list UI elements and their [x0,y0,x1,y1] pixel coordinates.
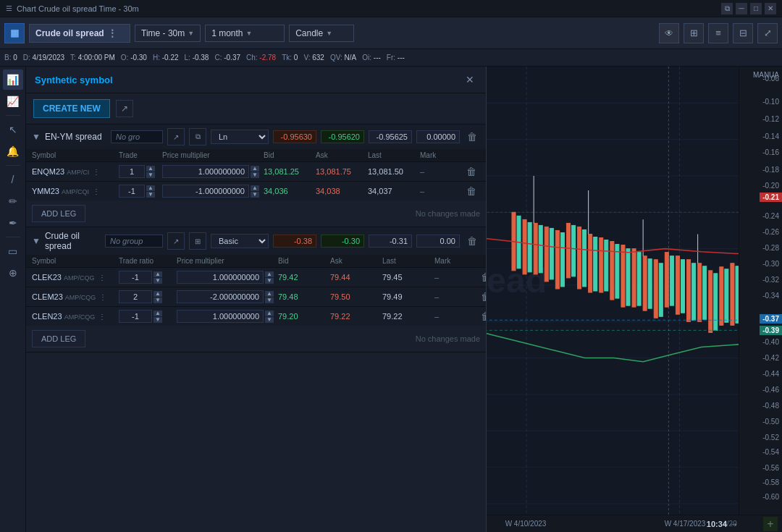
stat-c: C: -0.37 [214,54,240,62]
expand-timeline-btn[interactable]: → [728,518,739,530]
clem23-pm-spin-up[interactable]: ▲ [265,291,274,297]
clek23-spin-down[interactable]: ▼ [154,278,162,284]
en-ym-add-leg-btn[interactable]: ADD LEG [32,205,85,222]
chart-type-selector[interactable]: Candle ▼ [289,25,354,42]
svg-rect-81 [731,263,734,326]
clek23-pm-spin-down[interactable]: ▼ [265,278,274,284]
svg-rect-95 [637,253,641,305]
list-view-btn[interactable]: ≡ [708,23,728,43]
clem23-pricemult-input[interactable] [177,290,264,303]
ymm23-pricemult-input[interactable] [162,185,249,198]
chart-container: Crude Oil Spread 1/1 CLEN23 [26,67,782,532]
time-selector[interactable]: Time - 30m ▼ [135,25,201,42]
enqm23-delete[interactable]: 🗑 [463,166,485,177]
clen23-pm-spin-down[interactable]: ▼ [265,317,274,323]
enqm23-pm-spin-down[interactable]: ▼ [251,172,259,178]
clen23-delete[interactable]: 🗑 [478,311,487,322]
clem23-row: CLEM23 AMP/CQG ⋮ ▲ ▼ ▲ [26,287,486,306]
cursor-tool[interactable]: ↖ [3,119,23,140]
clem23-menu[interactable]: ⋮ [99,293,106,301]
clem23-pm-spin-down[interactable]: ▼ [265,297,274,303]
crude-delete-btn[interactable]: 🗑 [464,235,480,247]
enqm23-trade-input[interactable] [119,165,145,178]
en-ym-delete-btn[interactable]: 🗑 [464,131,480,143]
ymm23-spin-up[interactable]: ▲ [146,185,155,191]
restore-btn[interactable]: ⧉ [721,3,733,14]
crude-toggle[interactable]: ▼ [32,236,41,246]
clem23-trade-input[interactable] [119,290,152,303]
symbol-menu[interactable]: ⋮ [107,28,118,39]
clek23-spin-up[interactable]: ▲ [154,271,162,277]
ymm23-trade-input[interactable] [119,185,145,198]
en-ym-spread-header: ▼ EN-YM spread ↗ ⧉ LnBasic -0.95630 -0.9… [26,124,486,149]
clek23-menu[interactable]: ⋮ [98,274,106,282]
svg-rect-93 [615,245,619,298]
menu-icon[interactable]: ☰ [6,4,12,12]
crude-formula-select[interactable]: BasicLn [211,234,269,248]
price-label-15: -0.42 [762,354,779,362]
clen23-trade-input[interactable] [119,310,152,323]
ymm23-spin-down[interactable]: ▼ [146,192,155,198]
synth-close-btn[interactable]: ✕ [463,72,477,87]
clen23-pricemult-input[interactable] [177,310,264,323]
clek23-pm-spin-up[interactable]: ▲ [265,271,274,277]
ymm23-pm-spin-down[interactable]: ▼ [251,192,259,198]
svg-rect-78 [698,263,702,322]
clek23-delete[interactable]: 🗑 [478,271,487,283]
price-label-7: -0.20 [762,182,779,190]
en-ym-external-btn[interactable]: ↗ [167,128,185,145]
clem23-spin-up[interactable]: ▲ [154,291,162,297]
clen23-spin-up[interactable]: ▲ [154,311,162,316]
en-ym-group-input[interactable] [111,130,163,143]
close-btn[interactable]: ✕ [765,3,776,14]
symbol-selector[interactable]: Crude oil spread ⋮ [29,24,130,43]
ymm23-delete[interactable]: 🗑 [463,185,485,197]
clek23-trade-input[interactable] [119,271,152,284]
ymm23-menu[interactable]: ⋮ [93,187,100,195]
svg-rect-98 [670,256,673,305]
pencil-tool[interactable]: ✒ [3,213,23,233]
crude-copy-btn[interactable]: ⊞ [189,232,206,250]
clek23-pricemult-input[interactable] [177,271,264,284]
maximize-btn[interactable]: □ [750,3,762,14]
enqm23-menu[interactable]: ⋮ [93,168,100,176]
en-ym-copy-btn[interactable]: ⧉ [189,128,206,145]
expand-btn[interactable]: ⤢ [757,23,778,43]
en-ym-formula-select[interactable]: LnBasic [211,130,269,144]
line-tool[interactable]: / [3,169,23,190]
add-time-btn[interactable]: + [763,517,778,531]
bell-tool[interactable]: 🔔 [3,141,23,161]
grid-view-btn[interactable]: ⊞ [684,23,704,43]
external-link-btn[interactable]: ↗ [116,100,133,117]
enqm23-trade-cell: ▲ ▼ [119,165,162,178]
minimize-btn[interactable]: ─ [736,3,747,14]
svg-rect-100 [692,263,696,321]
magnet-tool[interactable]: ⊕ [3,263,23,283]
crude-add-leg-btn[interactable]: ADD LEG [32,330,85,347]
rect-tool[interactable]: ▭ [3,241,23,261]
draw-tool[interactable]: ✏ [3,191,23,211]
indicator-tool[interactable]: 📈 [3,91,23,111]
period-selector[interactable]: 1 month ▼ [205,25,285,42]
stat-tk: Tk: 0 [282,54,298,62]
ymm23-pm-spin-up[interactable]: ▲ [251,185,259,191]
enqm23-pricemult-input[interactable] [162,165,249,178]
clem23-spin-down[interactable]: ▼ [154,297,162,303]
svg-rect-90 [583,229,586,287]
price-label-16: -0.44 [762,370,779,378]
layout-btn[interactable]: ⊟ [733,23,753,43]
crude-external-btn[interactable]: ↗ [167,232,185,250]
clen23-menu[interactable]: ⋮ [98,313,106,321]
crude-group-input[interactable] [105,235,163,248]
clem23-delete[interactable]: 🗑 [478,291,487,303]
enqm23-spin-up[interactable]: ▲ [146,166,155,172]
create-new-btn[interactable]: CREATE NEW [33,99,110,118]
clen23-pm-spin-up[interactable]: ▲ [265,311,274,316]
enqm23-spin-down[interactable]: ▼ [146,172,155,178]
watchlist-icon-btn[interactable]: 👁 [659,23,679,43]
clek23-symbol: CLEK23 [32,273,62,282]
clen23-spin-down[interactable]: ▼ [154,317,162,323]
chart-type-tool[interactable]: 📊 [3,69,23,90]
enqm23-pm-spin-up[interactable]: ▲ [251,166,259,172]
en-ym-toggle[interactable]: ▼ [32,132,41,142]
